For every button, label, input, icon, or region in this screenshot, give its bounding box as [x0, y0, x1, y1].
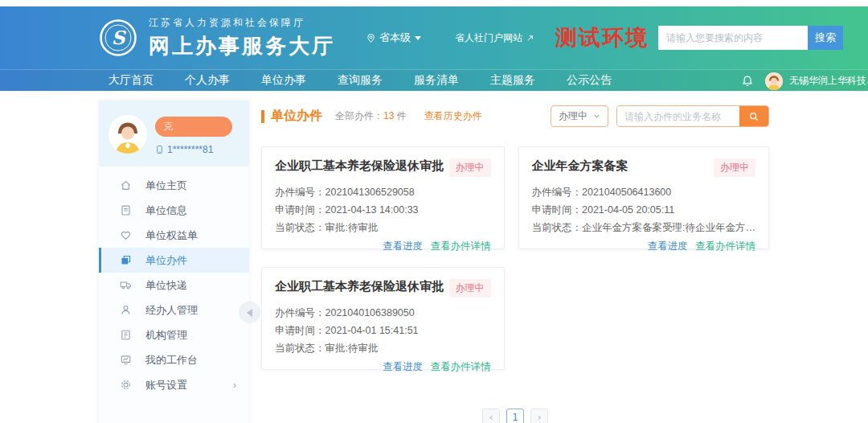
portal-site-link[interactable]: 省人社门户网站 — [455, 31, 534, 45]
current-status-row: 当前状态：企业年金方案备案受理:待企业年金方… — [532, 219, 755, 236]
sidebar-menu: 单位主页 单位信息 单位权益单 — [99, 166, 249, 409]
pagination-prev-button[interactable]: ‹ — [482, 409, 500, 423]
pagination: ‹ 1 › — [261, 409, 769, 423]
main-nav: 大厅首页 个人办事 单位办事 查询服务 服务清单 主题服务 公示公告 — [0, 69, 868, 91]
title-accent-bar — [261, 110, 264, 123]
main-panel: 单位办件 全部办件：13 件 查看历史办件 办理中 — [261, 101, 769, 423]
portal-site-label: 省人社门户网站 — [455, 31, 522, 45]
svg-text:S: S — [112, 27, 127, 48]
chevron-down-icon — [593, 113, 600, 120]
location-pin-icon — [366, 33, 376, 43]
field-label: 当前状态： — [275, 222, 326, 233]
field-value: 审批:待审批 — [326, 222, 379, 233]
status-filter-value: 办理中 — [559, 109, 588, 123]
nav-item-topics[interactable]: 主题服务 — [490, 73, 535, 88]
site-title: 江苏省人力资源和社会保障厅 网上办事服务大厅 — [149, 16, 335, 60]
sidebar-item-unit-express[interactable]: 单位快递 — [99, 273, 249, 298]
sidebar-item-label: 单位主页 — [145, 179, 187, 193]
total-count: 13 — [383, 110, 394, 121]
region-label: 省本级 — [379, 31, 411, 45]
chevron-right-icon: › — [233, 380, 236, 391]
view-progress-link[interactable]: 查看进度 — [648, 240, 688, 252]
view-progress-link[interactable]: 查看进度 — [383, 240, 423, 252]
header: S 江苏省人力资源和社会保障厅 网上办事服务大厅 省本级 省人社门户网站 — [0, 6, 868, 69]
history-cases-link[interactable]: 查看历史办件 — [424, 109, 482, 123]
case-number-row: 办件编号：2021040506413600 — [532, 183, 755, 201]
global-search-button[interactable]: 搜索 — [808, 26, 843, 50]
chevron-left-icon — [247, 309, 252, 317]
case-search — [616, 105, 769, 127]
nav-item-unit[interactable]: 单位办事 — [261, 73, 306, 88]
user-avatar[interactable] — [765, 72, 783, 90]
content-area: 克 1********81 单位主页 — [0, 91, 868, 423]
pagination-page-1[interactable]: 1 — [506, 409, 524, 423]
global-search: 搜索 — [658, 26, 843, 50]
total-label: 全部办件： — [335, 110, 383, 121]
page-title: 单位办件 — [271, 108, 322, 125]
global-search-input[interactable] — [658, 26, 808, 50]
logged-in-company-name[interactable]: 无锡华润上华科技… — [789, 74, 868, 88]
sidebar-item-org-management[interactable]: 机构管理 — [99, 322, 249, 347]
current-status-row: 当前状态：审批:待审批 — [275, 219, 491, 236]
company-name-badge[interactable]: 克 — [155, 117, 232, 137]
sidebar-item-label: 单位快递 — [145, 278, 187, 293]
view-detail-link[interactable]: 查看办件详情 — [431, 240, 491, 252]
sidebar-item-label: 机构管理 — [145, 328, 187, 343]
sidebar-item-agent-management[interactable]: 经办人管理 — [99, 298, 249, 322]
hrss-logo: S — [99, 18, 137, 57]
gear-icon — [120, 379, 133, 392]
profile-card: 克 1********81 — [99, 101, 249, 166]
view-detail-link[interactable]: 查看办件详情 — [695, 240, 755, 252]
field-label: 当前状态： — [275, 343, 326, 354]
total-unit: 件 — [394, 110, 406, 121]
sidebar-item-unit-rights[interactable]: 单位权益单 — [99, 223, 249, 248]
case-title: 企业职工基本养老保险退休审批 — [275, 158, 444, 174]
field-value: 2021-04-13 14:00:33 — [326, 204, 419, 216]
sidebar-item-label: 经办人管理 — [145, 303, 198, 318]
apply-time-row: 申请时间：2021-04-01 15:41:51 — [275, 322, 491, 339]
page: S 江苏省人力资源和社会保障厅 网上办事服务大厅 省本级 省人社门户网站 — [0, 0, 868, 423]
region-selector[interactable]: 省本级 — [366, 31, 421, 45]
field-label: 申请时间： — [275, 325, 326, 336]
sidebar-item-label: 单位权益单 — [145, 228, 198, 243]
field-label: 办件编号： — [275, 307, 326, 318]
sidebar-item-my-workbench[interactable]: 我的工作台 — [99, 347, 249, 372]
case-search-input[interactable] — [617, 106, 739, 126]
case-title: 企业职工基本养老保险退休审批 — [275, 279, 444, 294]
nav-item-service-list[interactable]: 服务清单 — [414, 73, 459, 88]
chevron-down-icon — [415, 36, 421, 40]
nav-item-query[interactable]: 查询服务 — [338, 73, 383, 88]
masked-phone-number: 1********81 — [167, 144, 213, 155]
sidebar-item-account-settings[interactable]: 账号设置 › — [99, 372, 249, 397]
field-value: 审批:待审批 — [326, 343, 379, 354]
apply-time-row: 申请时间：2021-04-05 20:05:11 — [532, 201, 755, 219]
sidebar-item-unit-cases[interactable]: 单位办件 — [99, 248, 249, 273]
document-icon — [120, 204, 133, 217]
sidebar-item-unit-home[interactable]: 单位主页 — [99, 173, 249, 198]
sidebar-collapse-button[interactable] — [239, 302, 260, 323]
sidebar-item-unit-info[interactable]: 单位信息 — [99, 198, 249, 223]
case-search-button[interactable] — [739, 106, 768, 126]
copy-files-icon — [120, 254, 133, 267]
nav-item-announcements[interactable]: 公示公告 — [567, 73, 612, 88]
pagination-next-button[interactable]: › — [530, 409, 548, 423]
person-icon — [120, 304, 133, 317]
case-card: 企业职工基本养老保险退休审批 办理中 办件编号：2021040106389050… — [261, 267, 505, 370]
apply-time-row: 申请时间：2021-04-13 14:00:33 — [275, 201, 491, 219]
field-value: 2021-04-05 20:05:11 — [582, 204, 674, 216]
case-title: 企业年金方案备案 — [532, 158, 628, 174]
view-detail-link[interactable]: 查看办件详情 — [431, 361, 491, 372]
field-value: 2021-04-01 15:41:51 — [326, 325, 419, 336]
status-filter-dropdown[interactable]: 办理中 — [551, 105, 608, 127]
view-progress-link[interactable]: 查看进度 — [383, 361, 423, 372]
field-value: 2021040106389050 — [326, 307, 415, 318]
external-link-icon — [526, 34, 534, 43]
nav-item-hall-home[interactable]: 大厅首页 — [108, 73, 154, 88]
nav-item-personal[interactable]: 个人办事 — [185, 73, 230, 88]
case-number-row: 办件编号：2021040106389050 — [275, 304, 491, 322]
notification-bell-icon[interactable] — [741, 75, 754, 88]
top-strip — [0, 0, 868, 6]
workbench-icon — [120, 354, 133, 367]
phone-icon — [155, 144, 164, 155]
truck-icon — [120, 279, 133, 292]
